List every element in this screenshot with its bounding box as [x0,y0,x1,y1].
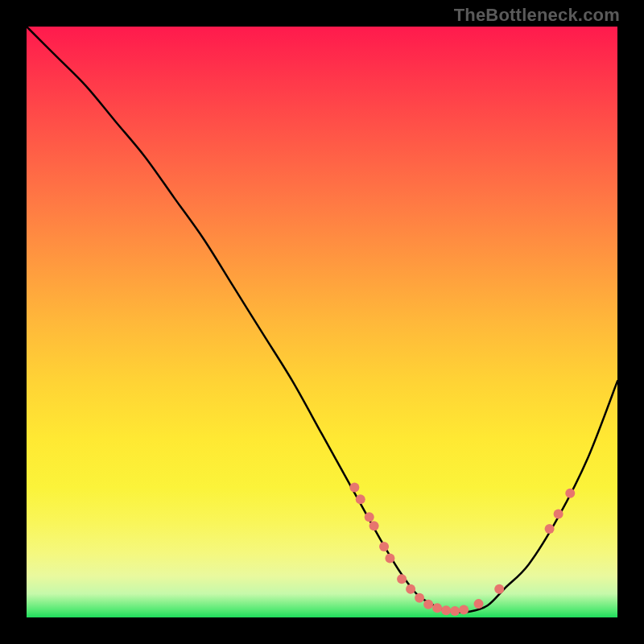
curve-marker [379,542,389,551]
curve-marker [385,554,394,564]
chart-frame: TheBottleneck.com [0,0,644,644]
curve-marker [349,483,359,493]
watermark-text: TheBottleneck.com [454,5,620,26]
curve-marker [565,489,575,498]
chart-svg [27,27,617,617]
curve-marker [554,510,564,519]
curve-marker [459,605,469,614]
curve-marker [432,603,442,613]
curve-marker [474,599,484,609]
curve-marker [356,494,365,504]
curve-marker [450,606,460,616]
curve-marker [369,521,379,530]
curve-marker [406,584,415,594]
curve-marker [423,600,433,609]
plot-area [27,27,617,617]
curve-marker [545,524,555,534]
curve-marker [441,605,451,615]
curve-marker [365,512,374,522]
curve-marker [397,574,407,584]
curve-marker [415,593,424,603]
bottleneck-curve [27,27,617,613]
curve-marker [494,584,504,594]
curve-markers [349,483,575,616]
